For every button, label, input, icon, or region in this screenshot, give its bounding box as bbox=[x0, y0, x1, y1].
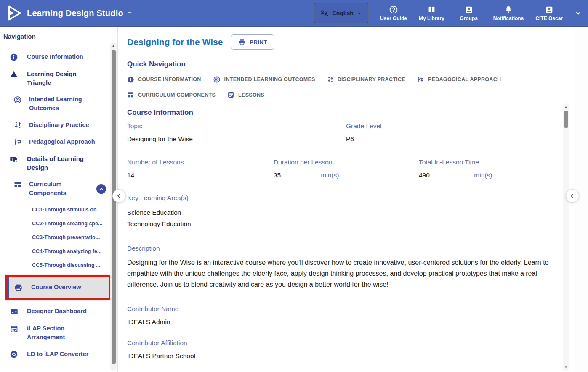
header-nav-label: User Guide bbox=[380, 16, 407, 21]
grade-level-label: Grade Level bbox=[346, 122, 548, 130]
header-nav-my-library[interactable]: My Library bbox=[419, 5, 444, 21]
practice-icon bbox=[13, 121, 22, 129]
header-nav-label: Groups bbox=[460, 16, 478, 21]
duration-per-lesson-label: Duration per Lesson bbox=[274, 158, 419, 166]
contributor-name-label: Contributor Name bbox=[127, 305, 548, 313]
sidebar-item-disciplinary-practice[interactable]: Disciplinary Practice bbox=[3, 121, 110, 129]
sidebar-item-label: Course Information bbox=[27, 53, 83, 61]
contributor-name-value: IDEALS Admin bbox=[127, 318, 548, 326]
scroll-up-arrow[interactable]: ▲ bbox=[563, 105, 569, 110]
sidebar-item-label: Intended Learning Outcomes bbox=[29, 95, 92, 113]
sidebar-item-course-overview[interactable]: Course Overview bbox=[7, 277, 109, 298]
sidebar-item-designer-dashboard[interactable]: Designer Dashboard bbox=[3, 307, 110, 316]
trademark-symbol: ™ bbox=[128, 11, 132, 16]
contributor-affiliation-label: Contributor Affiliation bbox=[127, 339, 548, 347]
scroll-up-arrow[interactable]: ▲ bbox=[110, 43, 117, 48]
total-in-lesson-time-label: Total In-Lesson Time bbox=[419, 158, 548, 166]
sidebar-item-cc4[interactable]: CC4-Through analyzing fe... bbox=[3, 247, 110, 256]
app-header: Learning Design Studio ™ English User Gu… bbox=[0, 0, 588, 27]
sidebar-item-label: Designer Dashboard bbox=[27, 307, 87, 316]
quick-link-course-information[interactable]: COURSE INFORMATION bbox=[127, 76, 201, 83]
chevron-left-icon bbox=[115, 192, 123, 200]
sidebar-item-cc1[interactable]: CC1-Through stimulus ob... bbox=[3, 206, 110, 214]
main-content: Designing for the Wise PRINT Quick Navig… bbox=[118, 27, 563, 372]
print-button[interactable]: PRINT bbox=[231, 34, 274, 50]
content-scrollbar[interactable]: ▲ ▼ bbox=[563, 103, 569, 371]
quick-link-label: DISCIPLINARY PRACTICE bbox=[338, 77, 405, 82]
course-information-heading: Course Information bbox=[127, 108, 548, 117]
quick-navigation-heading: Quick Navigation bbox=[127, 60, 548, 69]
sidebar-item-cc2[interactable]: CC2-Through creating spe... bbox=[3, 219, 110, 228]
sidebar-item-label: Pedagogical Approach bbox=[29, 137, 95, 146]
scroll-down-arrow[interactable]: ▼ bbox=[563, 365, 569, 370]
quick-link-label: COURSE INFORMATION bbox=[138, 77, 201, 82]
header-nav-account[interactable]: CITE Oscar bbox=[535, 5, 563, 21]
total-in-lesson-time-value: 490 bbox=[419, 171, 472, 179]
chevron-down-icon[interactable] bbox=[575, 9, 582, 17]
page-title: Designing for the Wise bbox=[127, 37, 223, 47]
sidebar-item-label: Curriculum Components bbox=[29, 180, 80, 198]
description-text: Designing for the Wise is an interactive… bbox=[127, 257, 549, 290]
quick-link-disciplinary-practice[interactable]: DISCIPLINARY PRACTICE bbox=[327, 76, 405, 83]
language-selector[interactable]: English bbox=[314, 3, 368, 23]
scrollbar-thumb[interactable] bbox=[564, 111, 568, 128]
sidebar-item-intended-learning-outcomes[interactable]: Intended Learning Outcomes bbox=[3, 95, 110, 113]
pedagogy-icon bbox=[417, 76, 424, 83]
library-icon bbox=[427, 5, 436, 14]
sidebar-item-pedagogical-approach[interactable]: Pedagogical Approach bbox=[3, 137, 110, 146]
sidebar-item-ilap-section-arrangement[interactable]: iLAP Section Arrangement bbox=[3, 324, 110, 342]
sidebar-item-learning-design-triangle[interactable]: Learning Design Triangle bbox=[3, 69, 110, 87]
grid-icon bbox=[13, 180, 22, 189]
info-icon bbox=[9, 53, 19, 61]
duration-per-lesson-value: 35 bbox=[274, 171, 319, 179]
chevron-down-icon bbox=[357, 11, 362, 16]
description-label: Description bbox=[127, 245, 548, 252]
printer-icon bbox=[238, 38, 246, 46]
header-nav-label: CITE Oscar bbox=[535, 16, 563, 21]
sidebar-item-label: Details of Learning Design bbox=[27, 154, 90, 172]
number-of-lessons-value: 14 bbox=[127, 171, 274, 179]
sidebar-item-details-of-learning-design[interactable]: Details of Learning Design bbox=[3, 154, 110, 172]
expand-right-panel-button[interactable] bbox=[566, 189, 579, 203]
header-nav-user-guide[interactable]: User Guide bbox=[380, 5, 407, 21]
account-icon bbox=[464, 5, 474, 14]
quick-link-intended-learning-outcomes[interactable]: INTENDED LEARNING OUTCOMES bbox=[213, 76, 315, 83]
sidebar-item-course-information[interactable]: Course Information bbox=[3, 53, 110, 61]
grade-level-value: P6 bbox=[346, 135, 548, 143]
sidebar-item-label: Disciplinary Practice bbox=[29, 121, 89, 129]
pedagogy-icon bbox=[13, 138, 22, 146]
sidebar-scrollbar[interactable]: ▲ bbox=[110, 42, 117, 371]
dashboard-icon bbox=[9, 307, 19, 316]
account-icon bbox=[545, 5, 554, 14]
sidebar-item-ld-to-ilap-converter[interactable]: LD to iLAP Converter bbox=[3, 350, 110, 359]
scrollbar-thumb[interactable] bbox=[112, 50, 116, 364]
sidebar-item-label: iLAP Section Arrangement bbox=[27, 324, 82, 342]
number-of-lessons-label: Number of Lessons bbox=[127, 158, 274, 166]
bell-icon bbox=[504, 5, 513, 14]
practice-icon bbox=[327, 76, 334, 83]
collapse-sidebar-button[interactable] bbox=[112, 189, 126, 203]
quick-link-curriculum-components[interactable]: CURRICULUM COMPONENTS bbox=[127, 91, 216, 98]
quick-link-lessons[interactable]: LESSONS bbox=[227, 91, 264, 98]
sidebar-item-label: CC5-Through discussing ... bbox=[32, 261, 101, 269]
total-time-unit: min(s) bbox=[474, 171, 492, 179]
sidebar-item-label: Learning Design Triangle bbox=[27, 69, 90, 87]
header-nav-notifications[interactable]: Notifications bbox=[493, 5, 524, 21]
sidebar-item-cc5[interactable]: CC5-Through discussing ... bbox=[3, 261, 110, 269]
header-nav-groups[interactable]: Groups bbox=[456, 5, 482, 21]
sidebar-item-curriculum-components[interactable]: Curriculum Components bbox=[3, 180, 109, 198]
sidebar-title: Navigation bbox=[3, 33, 110, 40]
sidebar-item-label: LD to iLAP Converter bbox=[27, 350, 88, 359]
collapse-section-button[interactable] bbox=[96, 184, 106, 194]
sidebar-item-cc3[interactable]: CC3-Through presentatio... bbox=[3, 233, 110, 242]
translate-icon bbox=[320, 9, 329, 18]
app-brand[interactable]: Learning Design Studio ™ bbox=[6, 5, 132, 21]
sidebar-item-label: CC2-Through creating spe... bbox=[32, 219, 102, 228]
sidebar-item-label: CC4-Through analyzing fe... bbox=[32, 247, 101, 256]
quick-link-label: LESSONS bbox=[238, 92, 264, 98]
chevron-left-icon bbox=[569, 192, 576, 200]
sidebar-navigation: Navigation Course Information Learning D… bbox=[0, 27, 110, 372]
quick-link-pedagogical-approach[interactable]: PEDAGOGICAL APPROACH bbox=[417, 76, 501, 83]
sync-icon bbox=[9, 350, 19, 359]
app-title: Learning Design Studio bbox=[27, 8, 123, 18]
